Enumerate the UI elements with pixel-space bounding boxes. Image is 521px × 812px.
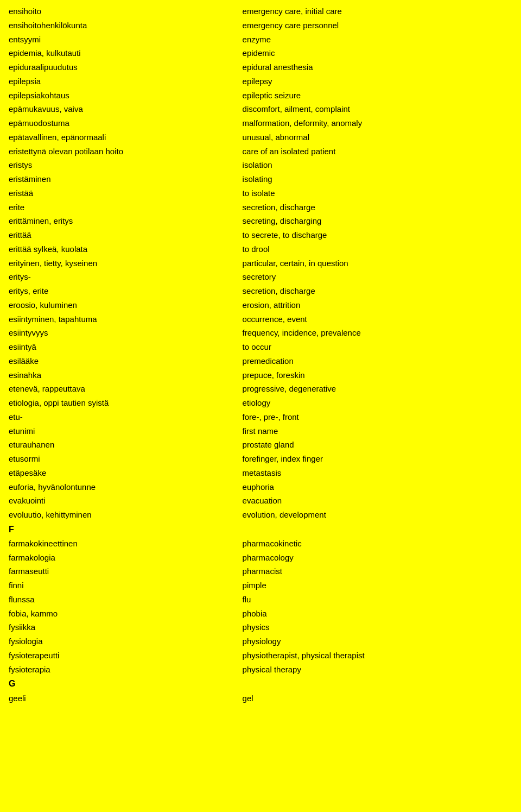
table-row: epilepsiakohtausepileptic seizure [7,89,514,103]
finnish-term: ensihoitohenkilökunta [7,18,240,33]
english-term: isolation [240,158,514,172]
table-row: etunimifirst name [7,424,514,438]
english-term: secreting, discharging [240,214,514,228]
table-row: eturauhanenprostate gland [7,438,514,452]
table-row: epidemia, kulkutautiepidemic [7,46,514,60]
english-term: to drool [240,242,514,256]
english-term: frequency, incidence, prevalence [240,326,514,340]
finnish-term: etenevä, rappeuttava [7,382,240,396]
table-row: fysiologiaphysiology [7,634,514,649]
table-row: erittää sylkeä, kuolatato drool [7,242,514,256]
table-row: etenevä, rappeuttavaprogressive, degener… [7,382,514,396]
english-term: epidural anesthesia [240,60,514,74]
table-row: ensihoitohenkilökuntaemergency care pers… [7,18,514,33]
english-term: physiotherapist, physical therapist [240,649,514,663]
table-row: esinahkaprepuce, foreskin [7,368,514,382]
finnish-term: fysioterapeutti [7,649,240,663]
finnish-term: eristettynä olevan potilaan hoito [7,144,240,159]
table-row: eristysisolation [7,158,514,172]
finnish-term: epämukavuus, vaiva [7,102,240,116]
finnish-term: flunssa [7,593,240,607]
finnish-term: epilepsia [7,74,240,89]
section-header: G [7,676,514,691]
english-term: discomfort, ailment, complaint [240,102,514,116]
english-term: prostate gland [240,438,514,452]
table-row: entsyymienzyme [7,33,514,47]
table-row: eristettynä olevan potilaan hoitocare of… [7,144,514,159]
table-row: farmaseuttipharmacist [7,564,514,578]
finnish-term: esinahka [7,368,240,382]
finnish-term: etiologia, oppi tautien syistä [7,396,240,410]
english-term: care of an isolated patient [240,144,514,159]
finnish-term: eroosio, kuluminen [7,298,240,312]
table-row: etu-fore-, pre-, front [7,410,514,424]
finnish-term: geeli [7,691,240,706]
english-term: forefinger, index finger [240,452,514,466]
finnish-term: epidemia, kulkutauti [7,46,240,60]
finnish-term: epiduraalipuudutus [7,60,240,74]
section-header: F [7,522,514,537]
table-row: epämukavuus, vaivadiscomfort, ailment, c… [7,102,514,116]
finnish-term: epilepsiakohtaus [7,89,240,103]
table-row: fobia, kammophobia [7,607,514,621]
table-row: geeligel [7,691,514,706]
english-term: evolution, development [240,508,514,522]
english-term: to occur [240,340,514,354]
english-term: physiology [240,634,514,649]
english-term: pharmacokinetic [240,537,514,551]
finnish-term: epämuodostuma [7,116,240,130]
table-row: euforia, hyvänolontunneeuphoria [7,480,514,494]
english-term: pimple [240,578,514,593]
english-term: fore-, pre-, front [240,410,514,424]
english-term: occurrence, event [240,312,514,326]
finnish-term: etunimi [7,424,240,438]
finnish-term: erittää sylkeä, kuolata [7,242,240,256]
english-term: etiology [240,396,514,410]
finnish-term: eritys- [7,270,240,284]
table-row: farmakologiapharmacology [7,551,514,565]
finnish-term: fysiologia [7,634,240,649]
finnish-term: esiintyvyys [7,326,240,340]
table-row: erittääto secrete, to discharge [7,228,514,242]
finnish-term: evakuointi [7,494,240,508]
english-term: erosion, attrition [240,298,514,312]
english-term: epidemic [240,46,514,60]
english-term: emergency care personnel [240,18,514,33]
finnish-term: finni [7,578,240,593]
english-term: epilepsy [240,74,514,89]
table-row: eroosio, kuluminenerosion, attrition [7,298,514,312]
finnish-term: erite [7,200,240,215]
english-term: malformation, deformity, anomaly [240,116,514,130]
english-term: physics [240,620,514,634]
finnish-term: eristää [7,186,240,200]
finnish-term: etu- [7,410,240,424]
table-row: epilepsiaepilepsy [7,74,514,89]
english-term: to secrete, to discharge [240,228,514,242]
finnish-term: fysiikka [7,620,240,634]
table-row: epiduraalipuudutusepidural anesthesia [7,60,514,74]
finnish-term: erittäminen, eritys [7,214,240,228]
english-term: pharmacist [240,564,514,578]
finnish-term: esilääke [7,354,240,368]
english-term: unusual, abnormal [240,130,514,144]
dictionary-table: ensihoitoemergency care, initial careens… [7,4,514,705]
finnish-term: farmaseutti [7,564,240,578]
english-term: evacuation [240,494,514,508]
finnish-term: fysioterapia [7,663,240,677]
table-row: eristäminenisolating [7,172,514,186]
finnish-term: ensihoito [7,4,240,18]
table-row: etiologia, oppi tautien syistäetiology [7,396,514,410]
english-term: physical therapy [240,663,514,677]
english-term: flu [240,593,514,607]
table-row: flunssaflu [7,593,514,607]
english-term: enzyme [240,33,514,47]
finnish-term: etäpesäke [7,466,240,480]
finnish-term: epätavallinen, epänormaali [7,130,240,144]
english-term: gel [240,691,514,706]
english-term: first name [240,424,514,438]
english-term: progressive, degenerative [240,382,514,396]
english-term: premedication [240,354,514,368]
table-row: esiintyvyysfrequency, incidence, prevale… [7,326,514,340]
english-term: epileptic seizure [240,89,514,103]
finnish-term: etusormi [7,452,240,466]
